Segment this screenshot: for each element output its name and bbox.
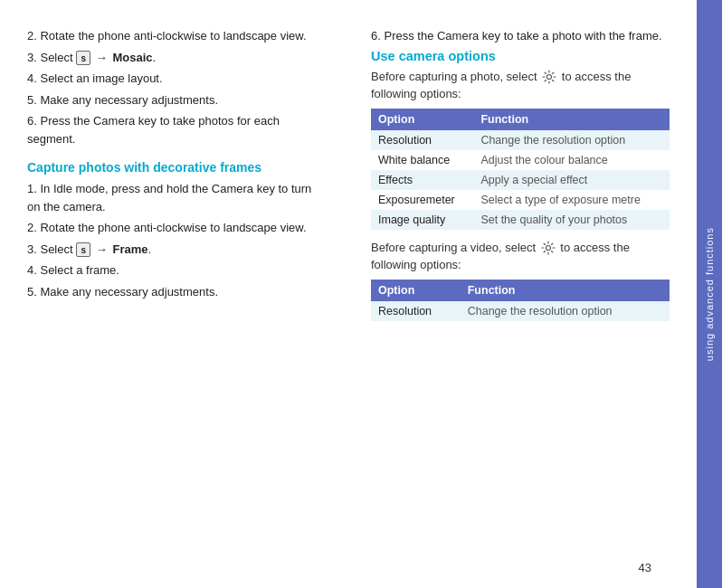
function-cell: Select a type of exposure metre [473, 190, 670, 210]
photo-options-table: Option Function Resolution Change the re… [371, 109, 670, 230]
list-item: 4. Select a frame. [27, 261, 326, 280]
function-cell: Apply a special effect [473, 170, 670, 190]
keyboard-s: s [76, 51, 90, 65]
option-cell: Exposuremeter [371, 190, 473, 210]
item-num: 2. [27, 221, 37, 234]
list-item: 3. Select s → Mosaic. [27, 49, 326, 67]
left-column: 2. Rotate the phone anti-clockwise to la… [27, 27, 335, 570]
svg-point-0 [547, 75, 552, 80]
section-heading-camera-options: Use camera options [371, 49, 670, 63]
table-row: Effects Apply a special effect [371, 170, 670, 190]
list-item: 4. Select an image layout. [27, 70, 326, 88]
item-num: 3. [27, 51, 37, 64]
item-num: 2. [27, 29, 37, 43]
list-item: 2. Rotate the phone anti-clockwise to la… [27, 219, 326, 237]
list-item: 5. Make any necessary adjustments. [27, 91, 326, 109]
main-content: 2. Rotate the phone anti-clockwise to la… [0, 0, 697, 588]
table-header-row: Option Function [371, 280, 670, 301]
table-row: Resolution Change the resolution option [371, 130, 670, 150]
top-list: 2. Rotate the phone anti-clockwise to la… [27, 27, 326, 147]
menu-item-mosaic: Mosaic [112, 51, 152, 64]
item-num: 3. [27, 242, 37, 256]
function-cell: Change the resolution option [461, 301, 670, 321]
col-header-function: Function [461, 280, 670, 301]
item-num: 4. [27, 263, 37, 277]
video-options-table: Option Function Resolution Change the re… [371, 280, 670, 321]
section-heading-frames: Capture photos with decorative frames [27, 160, 326, 175]
gear-icon [542, 70, 556, 84]
item-num: 5. [27, 285, 37, 299]
arrow-icon2: → [96, 241, 108, 259]
photo-intro: Before capturing a photo, select to acce… [371, 68, 670, 103]
col-header-function: Function [473, 109, 670, 130]
option-cell: Resolution [371, 301, 461, 321]
keyboard-s2: s [76, 242, 90, 257]
table-header-row: Option Function [371, 109, 670, 130]
video-intro: Before capturing a video, select to acce… [371, 239, 670, 274]
option-cell: Image quality [371, 210, 473, 230]
item-num: 1. [27, 182, 37, 195]
gear-icon-2 [541, 241, 556, 255]
right-top-list: 6. Press the Camera key to take a photo … [371, 27, 670, 45]
option-cell: White balance [371, 150, 473, 170]
list-item: 1. In Idle mode, press and hold the Came… [27, 180, 326, 215]
table-row: White balance Adjust the colour balance [371, 150, 670, 170]
col-header-option: Option [371, 280, 461, 301]
list-item: 2. Rotate the phone anti-clockwise to la… [27, 27, 326, 45]
svg-point-1 [546, 246, 550, 251]
item-num: 6. [371, 29, 381, 43]
frames-list: 1. In Idle mode, press and hold the Came… [27, 180, 326, 300]
option-cell: Resolution [371, 130, 473, 150]
page-number: 43 [639, 561, 651, 574]
function-cell: Adjust the colour balance [473, 150, 670, 170]
list-item: 3. Select s → Frame. [27, 241, 326, 259]
sidebar-label: using advanced functions [704, 227, 715, 361]
item-num: 6. [27, 114, 37, 128]
function-cell: Set the quality of your photos [473, 210, 670, 230]
table-row: Resolution Change the resolution option [371, 301, 670, 321]
list-item: 6. Press the Camera key to take photos f… [27, 112, 326, 147]
item-num: 4. [27, 71, 37, 85]
table-row: Image quality Set the quality of your ph… [371, 210, 670, 230]
list-item: 6. Press the Camera key to take a photo … [371, 27, 670, 45]
col-header-option: Option [371, 109, 473, 130]
table-row: Exposuremeter Select a type of exposure … [371, 190, 670, 210]
arrow-icon: → [96, 49, 108, 67]
item-num: 5. [27, 93, 37, 107]
right-column: 6. Press the Camera key to take a photo … [362, 27, 670, 570]
option-cell: Effects [371, 170, 473, 190]
list-item: 5. Make any necessary adjustments. [27, 283, 326, 301]
menu-item-frame: Frame [112, 242, 147, 256]
sidebar: using advanced functions [697, 0, 722, 588]
function-cell: Change the resolution option [473, 130, 670, 150]
